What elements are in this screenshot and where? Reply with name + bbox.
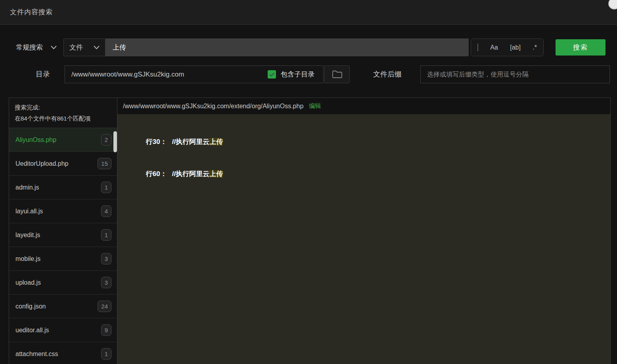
- sidebar-scrollbar-thumb[interactable]: [113, 131, 117, 152]
- file-name: admin.js: [15, 184, 39, 191]
- options-divider: [477, 44, 478, 51]
- match-count-badge: 1: [101, 182, 111, 193]
- search-mode-select[interactable]: 常规搜索: [16, 38, 57, 56]
- file-name: attachment.css: [15, 351, 58, 358]
- file-list-item[interactable]: attachment.css 1: [9, 342, 117, 364]
- file-name: AliyunOss.php: [15, 136, 56, 144]
- file-name: upload.js: [15, 279, 41, 286]
- match-count-badge: 4: [101, 205, 111, 217]
- file-list-item[interactable]: layedit.js 1: [9, 223, 117, 247]
- file-list-item[interactable]: config.json 24: [9, 295, 117, 318]
- match-text: //执行阿里云: [172, 138, 209, 146]
- file-name: layedit.js: [15, 232, 40, 239]
- match-count-badge: 2: [101, 134, 111, 146]
- directory-toolbar: 目录 包含子目录 文件后缀: [0, 65, 617, 83]
- results-sidebar: 搜索完成: 在84个文件中有861个匹配项 AliyunOss.php 2 Ue…: [9, 98, 117, 364]
- directory-label: 目录: [36, 65, 50, 83]
- file-list: AliyunOss.php 2 UeditorUpload.php 15 adm…: [9, 128, 117, 364]
- match-line-number: 行60：: [146, 170, 167, 178]
- suffix-input[interactable]: [420, 65, 610, 83]
- file-name: layui.all.js: [15, 208, 43, 215]
- preview-panel: /www/wwwroot/www.gSJKsu2kig.com/extend/o…: [117, 98, 611, 364]
- match-preview-content: 行30：//执行阿里云上传 行60：//执行阿里云上传: [117, 114, 610, 190]
- search-query-input[interactable]: [105, 38, 469, 56]
- regex-toggle[interactable]: .*: [533, 44, 537, 51]
- preview-header: /www/wwwroot/www.gSJKsu2kig.com/extend/o…: [117, 98, 610, 114]
- file-list-item[interactable]: AliyunOss.php 2: [9, 128, 117, 152]
- browse-directory-button[interactable]: [324, 65, 350, 83]
- file-list-item[interactable]: admin.js 1: [9, 176, 117, 199]
- match-highlight: 上传: [209, 138, 223, 146]
- file-list-item[interactable]: ueditor.all.js 9: [9, 318, 117, 342]
- match-count-badge: 1: [101, 229, 111, 241]
- match-count-badge: 9: [101, 324, 111, 336]
- include-subdir-checkbox[interactable]: [268, 70, 276, 79]
- search-type-label: 文件: [69, 43, 83, 52]
- directory-path-input[interactable]: [65, 66, 268, 83]
- search-button[interactable]: 搜索: [556, 39, 606, 56]
- match-count-badge: 1: [101, 348, 111, 360]
- match-count-badge: 15: [98, 158, 111, 169]
- page-title: 文件内容搜索: [10, 8, 53, 17]
- corner-circle-decoration: [608, 0, 617, 10]
- directory-field: 包含子目录: [65, 65, 324, 83]
- preview-file-path: /www/wwwroot/www.gSJKsu2kig.com/extend/o…: [123, 103, 303, 110]
- search-options-group: Aa [ab] .*: [471, 38, 544, 56]
- search-type-select[interactable]: 文件: [63, 38, 105, 56]
- file-list-item[interactable]: UeditorUpload.php 15: [9, 152, 117, 176]
- match-line: 行30：//执行阿里云上传: [131, 126, 602, 158]
- match-count-badge: 3: [101, 253, 111, 264]
- case-sensitive-toggle[interactable]: Aa: [490, 44, 498, 51]
- app-titlebar: 文件内容搜索: [0, 0, 617, 25]
- include-subdir-label: 包含子目录: [281, 70, 314, 79]
- file-name: config.json: [15, 303, 46, 310]
- file-name: mobile.js: [15, 255, 40, 262]
- file-name: UeditorUpload.php: [15, 160, 68, 167]
- chevron-down-icon: [94, 46, 100, 49]
- match-highlight: 上传: [209, 170, 223, 178]
- match-count-badge: 3: [101, 277, 111, 288]
- whole-word-toggle[interactable]: [ab]: [510, 44, 521, 51]
- search-toolbar: 常规搜索 文件 Aa [ab] .* 搜索: [0, 38, 617, 56]
- suffix-label: 文件后缀: [373, 65, 402, 83]
- match-line: 行60：//执行阿里云上传: [131, 158, 602, 190]
- summary-line1: 搜索完成:: [15, 102, 111, 113]
- summary-line2: 在84个文件中有861个匹配项: [15, 113, 111, 124]
- chevron-down-icon: [51, 46, 57, 49]
- file-list-item[interactable]: mobile.js 3: [9, 247, 117, 271]
- file-name: ueditor.all.js: [15, 327, 49, 334]
- search-mode-label: 常规搜索: [16, 43, 43, 52]
- match-text: //执行阿里云: [172, 170, 209, 178]
- folder-icon: [332, 70, 343, 79]
- match-line-number: 行30：: [146, 138, 167, 146]
- check-icon: [269, 73, 274, 77]
- search-summary: 搜索完成: 在84个文件中有861个匹配项: [9, 98, 117, 128]
- file-list-item[interactable]: layui.all.js 4: [9, 199, 117, 223]
- include-subdir-option[interactable]: 包含子目录: [268, 70, 314, 79]
- edit-link[interactable]: 编辑: [309, 102, 321, 110]
- file-list-item[interactable]: upload.js 3: [9, 271, 117, 295]
- match-count-badge: 24: [98, 301, 111, 312]
